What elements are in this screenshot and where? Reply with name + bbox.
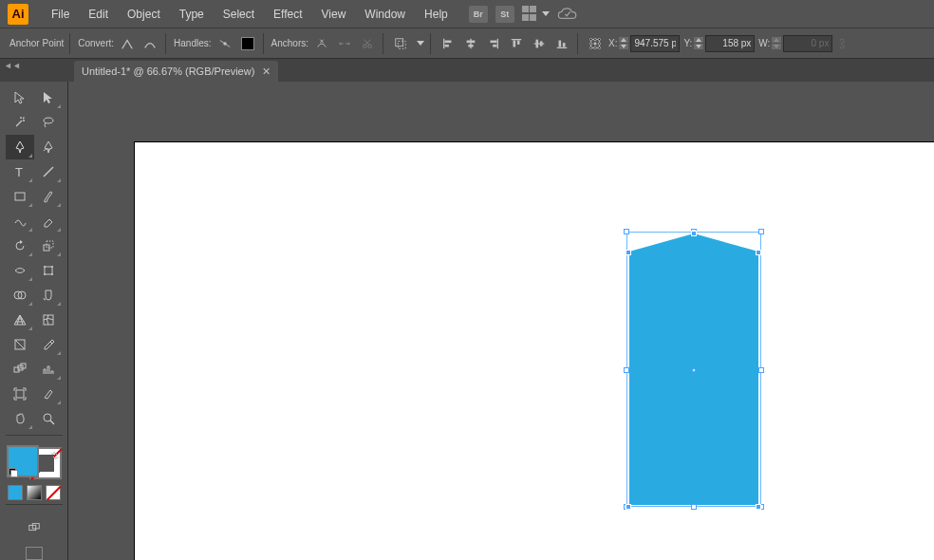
svg-rect-44 xyxy=(45,267,52,274)
isolate-icon[interactable] xyxy=(391,34,410,53)
line-tool[interactable] xyxy=(34,159,63,184)
align-left-icon[interactable] xyxy=(439,34,458,53)
align-vcenter-icon[interactable] xyxy=(530,34,549,53)
svg-rect-11 xyxy=(445,40,452,43)
svg-point-36 xyxy=(594,47,596,48)
menu-file[interactable]: File xyxy=(42,4,79,25)
menu-edit[interactable]: Edit xyxy=(79,4,118,25)
stock-icon[interactable]: St xyxy=(495,6,514,23)
eraser-tool[interactable] xyxy=(34,209,63,233)
connect-anchor-icon[interactable] xyxy=(335,34,354,53)
hide-handles-icon[interactable] xyxy=(238,34,257,53)
anchor-point[interactable] xyxy=(626,504,631,510)
none-mode-icon[interactable] xyxy=(46,485,61,500)
shape-builder-tool[interactable] xyxy=(6,283,34,308)
w-label: W: xyxy=(758,38,770,48)
svg-rect-24 xyxy=(540,41,543,46)
svg-point-34 xyxy=(598,42,600,44)
scale-tool[interactable] xyxy=(34,233,63,258)
curvature-tool[interactable] xyxy=(34,135,63,159)
y-spinner[interactable] xyxy=(694,37,703,49)
align-bottom-icon[interactable] xyxy=(552,34,571,53)
gradient-tool[interactable] xyxy=(6,332,34,357)
blend-tool[interactable] xyxy=(6,357,34,382)
show-handles-icon[interactable] xyxy=(215,34,234,53)
menu-window[interactable]: Window xyxy=(355,4,415,25)
selection-tool[interactable] xyxy=(6,85,34,110)
magic-wand-tool[interactable] xyxy=(6,110,34,135)
menu-type[interactable]: Type xyxy=(170,4,214,25)
reference-point-icon[interactable] xyxy=(586,34,605,53)
gpu-preview-icon[interactable] xyxy=(557,8,578,21)
x-input[interactable] xyxy=(630,35,680,52)
svg-text:T: T xyxy=(15,165,23,179)
svg-rect-17 xyxy=(491,40,497,43)
type-tool[interactable]: T xyxy=(6,159,34,184)
rectangle-tool[interactable] xyxy=(6,184,34,209)
w-spinner[interactable] xyxy=(772,37,781,49)
artboard-tool[interactable] xyxy=(6,382,34,406)
drawing-mode-icon[interactable] xyxy=(25,518,44,537)
menu-effect[interactable]: Effect xyxy=(264,4,311,25)
svg-rect-23 xyxy=(536,39,539,47)
svg-rect-15 xyxy=(468,44,473,47)
hand-tool[interactable] xyxy=(6,406,34,431)
svg-point-57 xyxy=(44,414,51,421)
bridge-icon[interactable]: Br xyxy=(469,6,488,23)
paintbrush-tool[interactable] xyxy=(34,184,63,209)
remove-anchor-icon[interactable] xyxy=(312,34,331,53)
arrange-documents-icon[interactable] xyxy=(522,6,550,23)
pen-tool[interactable] xyxy=(6,135,34,159)
menu-select[interactable]: Select xyxy=(214,4,264,25)
anchor-point[interactable] xyxy=(756,504,761,510)
svg-point-5 xyxy=(347,42,350,45)
color-mode-icon[interactable] xyxy=(8,485,23,500)
menu-help[interactable]: Help xyxy=(415,4,458,25)
svg-point-35 xyxy=(589,47,591,48)
eyedropper-tool[interactable] xyxy=(34,332,63,357)
w-input[interactable] xyxy=(783,35,832,52)
gradient-mode-icon[interactable] xyxy=(27,485,42,500)
svg-rect-12 xyxy=(445,44,449,47)
default-fill-stroke-icon[interactable] xyxy=(9,468,18,477)
menu-view[interactable]: View xyxy=(312,4,356,25)
panel-collapse-handle[interactable]: ◄◄ xyxy=(4,61,15,70)
x-spinner[interactable] xyxy=(619,37,628,49)
align-hcenter-icon[interactable] xyxy=(461,34,480,53)
mesh-tool[interactable] xyxy=(34,308,63,332)
perspective-grid-tool[interactable] xyxy=(6,308,34,332)
lasso-tool[interactable] xyxy=(34,110,63,135)
menu-object[interactable]: Object xyxy=(118,4,170,25)
shaper-tool[interactable] xyxy=(6,209,34,233)
fill-stroke-picker[interactable] xyxy=(7,445,62,480)
rotate-tool[interactable] xyxy=(6,233,34,258)
direct-selection-tool[interactable] xyxy=(34,85,63,110)
constrain-proportions-icon[interactable] xyxy=(836,38,848,49)
document-tab[interactable]: Untitled-1* @ 66.67% (RGB/Preview) ✕ xyxy=(74,61,278,82)
align-right-icon[interactable] xyxy=(484,34,503,53)
convert-corner-icon[interactable] xyxy=(118,34,137,53)
svg-point-4 xyxy=(339,42,342,45)
zoom-tool[interactable] xyxy=(34,406,63,431)
width-tool[interactable] xyxy=(6,258,34,283)
svg-rect-14 xyxy=(467,40,476,43)
artboard[interactable] xyxy=(135,142,934,560)
anchor-point[interactable] xyxy=(691,231,697,236)
close-tab-icon[interactable]: ✕ xyxy=(262,65,271,78)
convert-smooth-icon[interactable] xyxy=(140,34,159,53)
column-graph-tool[interactable] xyxy=(34,357,63,382)
cut-path-icon[interactable] xyxy=(358,34,377,53)
slice-tool[interactable] xyxy=(34,382,63,406)
swap-fill-stroke-icon[interactable] xyxy=(50,447,60,457)
live-paint-tool[interactable] xyxy=(34,283,63,308)
y-input[interactable] xyxy=(705,35,755,52)
free-transform-tool[interactable] xyxy=(34,258,63,283)
svg-rect-27 xyxy=(563,43,566,47)
canvas[interactable] xyxy=(68,82,934,560)
isolate-menu-icon[interactable] xyxy=(417,41,424,46)
align-top-icon[interactable] xyxy=(507,34,526,53)
anchor-point[interactable] xyxy=(626,250,631,255)
screen-mode-icon[interactable] xyxy=(26,547,43,560)
anchor-point[interactable] xyxy=(756,250,761,255)
document-tab-title: Untitled-1* @ 66.67% (RGB/Preview) xyxy=(82,65,254,77)
